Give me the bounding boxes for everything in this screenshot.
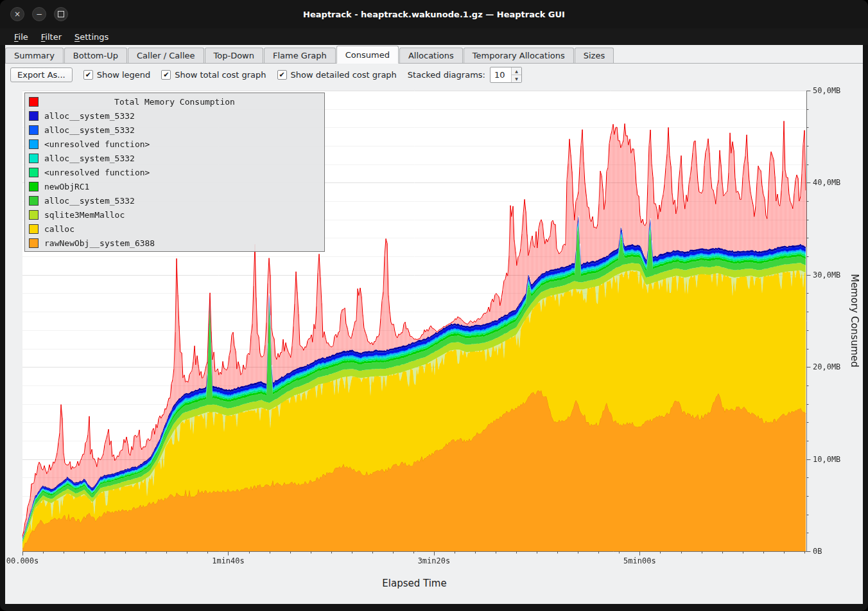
menu-settings[interactable]: Settings [68, 30, 115, 44]
legend-entry-label: sqlite3MemMalloc [44, 210, 125, 220]
legend-entry-label: alloc__system_5332 [44, 196, 135, 206]
check-icon: ✔ [279, 71, 284, 79]
legend-swatch [29, 97, 39, 107]
content: SummaryBottom-UpCaller / CalleeTop-DownF… [5, 45, 863, 604]
checkbox-label: Show legend [97, 70, 151, 80]
y-axis-title: Memory Consumed [849, 274, 860, 367]
legend-title: Total Memory Consumption [44, 97, 305, 107]
stacked-diagrams-label: Stacked diagrams: [408, 70, 485, 80]
maximize-icon [58, 11, 64, 17]
legend-swatch [29, 224, 39, 234]
legend-entry: <unresolved function> [25, 165, 324, 179]
legend-swatch [29, 125, 39, 135]
minimize-icon: − [36, 10, 42, 18]
legend-swatch [29, 168, 39, 177]
legend-swatch [29, 139, 39, 149]
x-tick-label: 1min40s [212, 556, 245, 565]
window-title: Heaptrack - heaptrack.wakunode.1.gz — He… [0, 10, 868, 19]
legend-entry-label: alloc__system_5332 [44, 125, 135, 135]
maximize-button[interactable] [54, 7, 68, 21]
tab-consumed[interactable]: Consumed [336, 46, 399, 64]
legend-entry-label: <unresolved function> [44, 139, 150, 149]
spin-down-icon: ▼ [515, 76, 518, 81]
checkbox-show-total-cost-graph[interactable]: ✔Show total cost graph [161, 70, 266, 80]
tab-top-down[interactable]: Top-Down [205, 48, 263, 63]
legend-entry-label: alloc__system_5332 [44, 111, 135, 121]
legend-swatch [29, 182, 39, 191]
minimize-button[interactable]: − [32, 7, 46, 21]
legend-entry-label: newObjRC1 [44, 182, 89, 191]
y-tick-label: 30,0MB [813, 270, 840, 279]
stacked-diagrams-input[interactable] [490, 67, 511, 82]
close-icon: × [14, 10, 21, 18]
checkbox-box[interactable]: ✔ [83, 70, 93, 80]
y-tick-label: 20,0MB [813, 362, 840, 371]
tab-summary[interactable]: Summary [5, 48, 64, 63]
x-tick-label: 5min00s [623, 556, 656, 565]
spin-up-button[interactable]: ▲ [512, 67, 521, 75]
tab-bar: SummaryBottom-UpCaller / CalleeTop-DownF… [5, 45, 863, 64]
y-tick-label: 10,0MB [813, 455, 840, 464]
legend-entry-label: <unresolved function> [44, 168, 150, 177]
stacked-diagrams-control: Stacked diagrams: ▲ ▼ [408, 67, 522, 83]
legend-swatch [29, 154, 39, 163]
legend-entry: calloc [25, 222, 324, 236]
chart-area: Total Memory Consumptionalloc__system_53… [5, 85, 863, 605]
toolbar: Export As... ✔Show legend✔Show total cos… [5, 64, 863, 85]
chart-legend: Total Memory Consumptionalloc__system_53… [24, 93, 325, 252]
legend-swatch [29, 111, 39, 121]
y-tick-label: 40,0MB [813, 178, 840, 187]
checkbox-show-detailed-cost-graph[interactable]: ✔Show detailed cost graph [277, 70, 397, 80]
checkbox-label: Show total cost graph [175, 70, 266, 80]
legend-title-row: Total Memory Consumption [25, 94, 324, 109]
legend-swatch [29, 210, 39, 220]
export-as-button[interactable]: Export As... [10, 67, 73, 82]
titlebar[interactable]: × − Heaptrack - heaptrack.wakunode.1.gz … [0, 0, 868, 28]
spin-buttons: ▲ ▼ [511, 67, 521, 82]
y-tick-label: 0B [813, 547, 822, 556]
menu-filter[interactable]: Filter [35, 30, 68, 44]
window: × − Heaptrack - heaptrack.wakunode.1.gz … [0, 0, 868, 611]
check-icon: ✔ [85, 71, 91, 79]
x-tick-label: 3min20s [418, 556, 451, 565]
legend-entry: <unresolved function> [25, 137, 324, 151]
legend-entry: alloc__system_5332 [25, 123, 324, 137]
spin-down-button[interactable]: ▼ [512, 75, 521, 82]
legend-entry: newObjRC1 [25, 179, 324, 193]
tab-caller-callee[interactable]: Caller / Callee [128, 48, 204, 63]
legend-entry: sqlite3MemMalloc [25, 208, 324, 222]
tab-bottom-up[interactable]: Bottom-Up [64, 48, 127, 63]
stacked-diagrams-spinbox: ▲ ▼ [490, 67, 522, 83]
legend-swatch [29, 238, 39, 248]
legend-entry: alloc__system_5332 [25, 109, 324, 123]
checkbox-show-legend[interactable]: ✔Show legend [83, 70, 151, 80]
checkbox-label: Show detailed cost graph [291, 70, 397, 80]
legend-entry: rawNewObj__system_6388 [25, 236, 324, 250]
legend-entry: alloc__system_5332 [25, 193, 324, 208]
tab-allocations[interactable]: Allocations [399, 48, 463, 63]
window-controls: × − [10, 7, 68, 21]
checkbox-box[interactable]: ✔ [161, 70, 171, 80]
x-tick-label: 00.000s [6, 556, 39, 565]
checkbox-group: ✔Show legend✔Show total cost graph✔Show … [83, 70, 397, 80]
menubar: FileFilterSettings [0, 28, 868, 45]
menu-file[interactable]: File [8, 30, 35, 44]
tab-temporary-allocations[interactable]: Temporary Allocations [464, 48, 574, 63]
close-button[interactable]: × [10, 7, 24, 21]
tab-sizes[interactable]: Sizes [575, 48, 614, 63]
spin-up-icon: ▲ [515, 69, 518, 73]
check-icon: ✔ [163, 71, 169, 79]
x-axis-title: Elapsed Time [22, 578, 806, 589]
legend-entry-label: alloc__system_5332 [44, 154, 135, 163]
legend-entry: alloc__system_5332 [25, 151, 324, 165]
checkbox-box[interactable]: ✔ [277, 70, 287, 80]
tab-flame-graph[interactable]: Flame Graph [264, 48, 336, 63]
legend-swatch [29, 196, 39, 206]
y-tick-label: 50,0MB [813, 86, 840, 95]
legend-entry-label: calloc [44, 224, 74, 234]
legend-entry-label: rawNewObj__system_6388 [44, 238, 155, 248]
